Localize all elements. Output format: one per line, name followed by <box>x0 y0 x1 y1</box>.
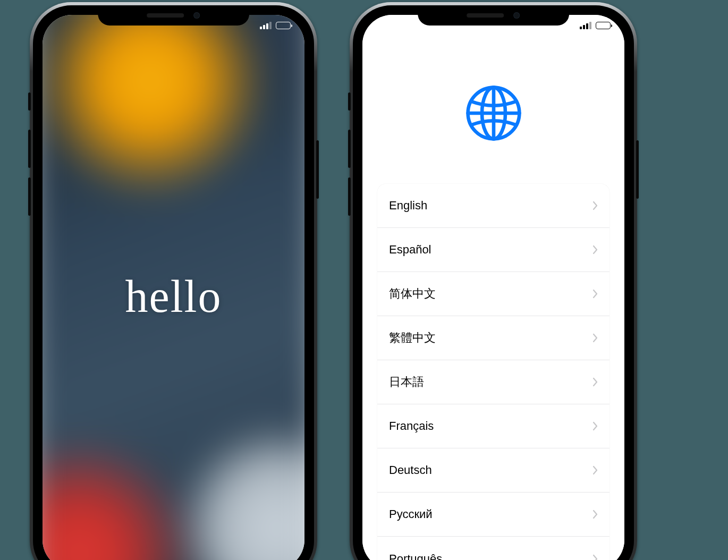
chevron-right-icon <box>592 333 598 343</box>
language-list: English Español 简体中文 繁體中文 <box>377 184 610 560</box>
language-label: Deutsch <box>389 463 432 477</box>
speaker-grille <box>467 13 504 18</box>
language-label: Русский <box>389 507 433 521</box>
volume-up-button <box>28 130 31 168</box>
volume-down-button <box>348 177 351 216</box>
cellular-signal-icon <box>260 22 272 29</box>
language-row-simplified-chinese[interactable]: 简体中文 <box>377 272 610 316</box>
chevron-right-icon <box>592 510 598 519</box>
language-row-russian[interactable]: Русский <box>377 493 610 537</box>
speaker-grille <box>147 13 184 18</box>
chevron-right-icon <box>592 201 598 210</box>
status-bar <box>260 22 291 29</box>
language-label: Español <box>389 243 431 257</box>
language-label: Français <box>389 419 434 433</box>
status-bar <box>580 22 611 29</box>
front-camera-icon <box>194 12 200 19</box>
silence-switch <box>28 92 31 111</box>
language-row-french[interactable]: Français <box>377 404 610 448</box>
chevron-right-icon <box>592 289 598 299</box>
chevron-right-icon <box>592 465 598 475</box>
language-row-german[interactable]: Deutsch <box>377 448 610 493</box>
silence-switch <box>348 92 351 111</box>
chevron-right-icon <box>592 554 598 561</box>
battery-icon <box>596 22 611 29</box>
phone-notch <box>418 5 570 26</box>
language-row-spanish[interactable]: Español <box>377 228 610 272</box>
language-label: English <box>389 199 427 213</box>
cellular-signal-icon <box>580 22 591 29</box>
language-row-traditional-chinese[interactable]: 繁體中文 <box>377 316 610 360</box>
phone-mockup-language: English Español 简体中文 繁體中文 <box>350 2 637 560</box>
language-label: Português <box>389 552 442 561</box>
power-button <box>636 140 639 199</box>
language-label: 简体中文 <box>389 286 436 302</box>
language-row-english[interactable]: English <box>377 184 610 228</box>
phone-mockup-hello: hello <box>30 2 317 560</box>
battery-icon <box>276 22 291 29</box>
language-label: 日本語 <box>389 374 424 390</box>
globe-icon <box>362 84 624 142</box>
volume-up-button <box>348 130 351 168</box>
language-row-japanese[interactable]: 日本語 <box>377 360 610 404</box>
language-label: 繁體中文 <box>389 330 436 346</box>
chevron-right-icon <box>592 421 598 431</box>
chevron-right-icon <box>592 377 598 387</box>
chevron-right-icon <box>592 245 598 254</box>
language-row-portuguese[interactable]: Português <box>377 537 610 560</box>
power-button <box>316 140 319 199</box>
phone-notch <box>98 5 250 26</box>
front-camera-icon <box>514 12 520 19</box>
hello-greeting: hello <box>43 270 304 323</box>
volume-down-button <box>28 177 31 216</box>
